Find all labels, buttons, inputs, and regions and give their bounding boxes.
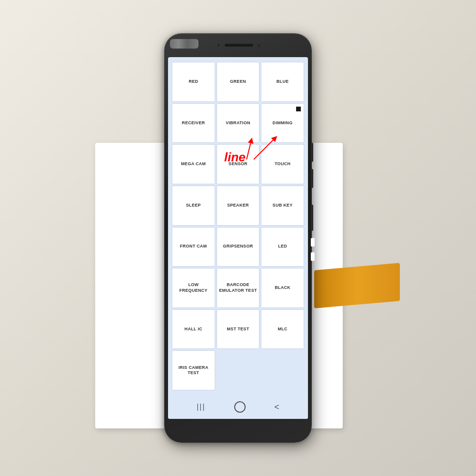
button-black[interactable]: BLACK [261, 268, 304, 308]
button-mlc[interactable]: MLC [261, 309, 304, 349]
button-hall-ic[interactable]: HALL IC [172, 309, 215, 349]
button-green[interactable]: GREEN [217, 62, 260, 102]
button-gripsensor[interactable]: GRIPSENSOR [217, 227, 260, 267]
phone-top-bar [195, 37, 281, 53]
button-dimming[interactable]: DIMMING [261, 103, 304, 143]
button-mega-cam[interactable]: MEGA CAM [172, 144, 215, 184]
button-sensor[interactable]: SENSOR [217, 144, 260, 184]
button-receiver[interactable]: RECEIVER [172, 103, 215, 143]
button-red[interactable]: RED [172, 62, 215, 102]
button-barcode-emulator[interactable]: BARCODE EMULATOR TEST [217, 268, 260, 308]
button-blue[interactable]: BLUE [261, 62, 304, 102]
connector-tab-2 [311, 252, 315, 261]
earpiece-speaker [225, 44, 253, 47]
power-button[interactable] [311, 205, 313, 231]
recent-apps-icon[interactable]: ||| [197, 403, 205, 411]
test-grid: RED GREEN BLUE RECEIVER VIBRATION DIMMIN… [168, 57, 308, 395]
button-touch[interactable]: TOUCH [261, 144, 304, 184]
button-led[interactable]: LED [261, 227, 304, 267]
volume-down-button[interactable] [311, 169, 313, 188]
button-mst-test[interactable]: MST TEST [217, 309, 260, 349]
connector-tab-1 [311, 238, 315, 247]
button-low-frequency[interactable]: LOW FREQUENCY [172, 268, 215, 308]
button-sub-key[interactable]: SUB KEY [261, 186, 304, 226]
phone-screen: RED GREEN BLUE RECEIVER VIBRATION DIMMIN… [168, 57, 308, 419]
phone-scratch [170, 39, 198, 49]
button-sleep[interactable]: SLEEP [172, 186, 215, 226]
sensor-dot [257, 44, 260, 47]
button-iris-camera[interactable]: IRIS CAMERA TEST [172, 350, 215, 390]
volume-up-button[interactable] [311, 143, 313, 162]
front-camera-dot [216, 43, 221, 48]
button-speaker[interactable]: SPEAKER [217, 186, 260, 226]
back-icon[interactable]: < [274, 402, 279, 412]
navigation-bar: ||| < [168, 395, 308, 419]
home-icon[interactable] [234, 401, 246, 413]
dimming-dot [296, 107, 301, 111]
flex-cable [314, 263, 400, 308]
button-front-cam[interactable]: FRONT CAM [172, 227, 215, 267]
button-vibration[interactable]: VIBRATION [217, 103, 260, 143]
phone-device: RED GREEN BLUE RECEIVER VIBRATION DIMMIN… [164, 33, 312, 443]
